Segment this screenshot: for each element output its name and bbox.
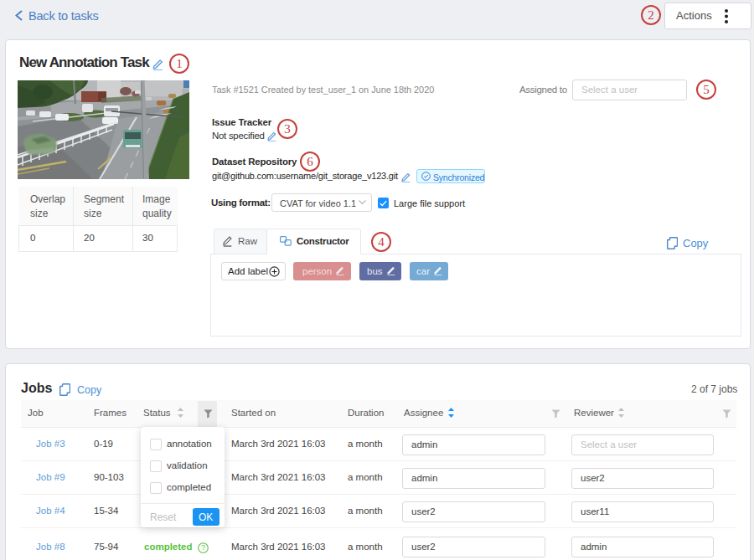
svg-text:?: ? bbox=[201, 543, 205, 552]
